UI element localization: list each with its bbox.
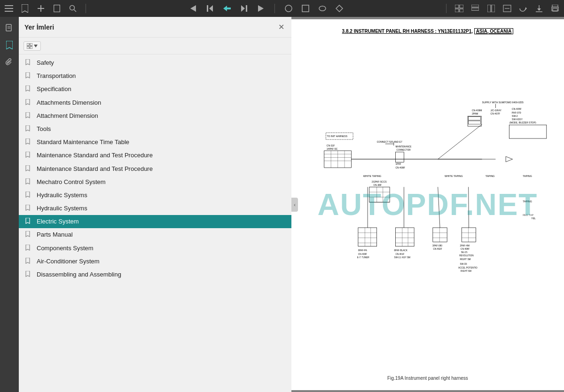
sidebar-icon-attachments[interactable]	[2, 54, 17, 69]
bookmark-item-parts-manual[interactable]: Parts Manual	[19, 228, 291, 241]
toolbar	[0, 0, 564, 17]
bookmark-item-transportation[interactable]: Transportation	[19, 69, 291, 83]
bookmarks-toolbar	[19, 38, 291, 54]
svg-text:CN-408F: CN-408F	[461, 247, 470, 250]
svg-text:TAPING: TAPING	[523, 200, 532, 202]
svg-marker-13	[258, 5, 264, 12]
close-panel-button[interactable]: ✕	[276, 23, 286, 32]
toolbar-next-next-icon[interactable]	[239, 3, 249, 14]
toolbar-menu-icon[interactable]	[4, 3, 14, 14]
svg-marker-9	[209, 5, 213, 12]
pdf-content: 3.8.2 INSTRUMENT PANEL RH HARNESS : YN13…	[291, 19, 564, 390]
bookmark-label-parts-manual: Parts Manual	[37, 231, 73, 239]
svg-rect-12	[246, 5, 247, 12]
toolbar-square-icon[interactable]	[300, 3, 311, 14]
svg-rect-20	[455, 9, 459, 12]
pdf-page: 3.8.2 INSTRUMENT PANEL RH HARNESS : YN13…	[291, 19, 564, 390]
bookmark-item-maintenance-std-2[interactable]: Maintenance Standard and Test Procedure	[19, 162, 291, 176]
bookmark-item-attachment-dimension[interactable]: Attachment Dimension	[19, 109, 291, 123]
svg-text:ACCEL POTENTIO: ACCEL POTENTIO	[458, 266, 478, 269]
bookmark-icon-maintenance-std-1	[25, 152, 33, 159]
bookmark-icon-maintenance-std-2	[25, 165, 33, 173]
svg-text:SUPPLY WITH SUMITOMO 6409-0255: SUPPLY WITH SUMITOMO 6409-0255	[482, 100, 524, 103]
svg-rect-35	[6, 24, 11, 31]
svg-text:CN-31F: CN-31F	[327, 144, 335, 146]
bookmark-label-attachment-dimension: Attachment Dimension	[37, 112, 98, 120]
bookmark-icon-tools	[25, 125, 33, 133]
bookmark-icon-standard-maintenance	[25, 138, 33, 146]
bookmark-item-standard-maintenance[interactable]: Standard Maintenance Time Table	[19, 136, 291, 149]
svg-rect-10	[207, 5, 208, 12]
svg-text:TAPING: TAPING	[523, 174, 532, 177]
svg-text:2PAF-HM: 2PAF-HM	[460, 244, 470, 246]
svg-text:2PAM: 2PAM	[472, 112, 478, 115]
bookmark-item-maintenance-std-1[interactable]: Maintenance Standard and Test Procedure	[19, 149, 291, 162]
svg-text:SW ASSY: SW ASSY	[512, 118, 523, 121]
toolbar-zoom-fit-icon[interactable]	[502, 3, 512, 14]
svg-text:RIGHT SM: RIGHT SM	[460, 258, 471, 260]
svg-line-135	[469, 187, 469, 228]
svg-text:CONNECTOR: CONNECTOR	[397, 149, 411, 151]
bookmark-item-mechatro[interactable]: Mechatro Control System	[19, 176, 291, 189]
toolbar-grid-icon[interactable]	[454, 3, 464, 14]
diagram-subtitle: ASIA, OCEANIA	[474, 28, 514, 34]
svg-text:TAPING: TAPING	[486, 174, 495, 177]
bookmark-label-components-system: Components System	[37, 244, 94, 253]
pdf-viewer[interactable]: 3.8.2 INSTRUMENT PANEL RH HARNESS : YN13…	[291, 17, 564, 392]
svg-rect-40	[27, 46, 29, 49]
toolbar-prev-icon[interactable]	[188, 3, 198, 14]
bookmark-item-tools[interactable]: Tools	[19, 123, 291, 136]
svg-rect-47	[468, 116, 481, 126]
svg-text:RIGHT SM: RIGHT SM	[461, 269, 471, 272]
svg-rect-4	[38, 8, 44, 9]
bookmark-icon-attachments-dimension	[25, 99, 33, 107]
svg-rect-75	[395, 152, 404, 162]
svg-rect-38	[27, 43, 29, 46]
toolbar-sep-3	[446, 4, 446, 13]
toolbar-prev-prev-icon[interactable]	[205, 3, 215, 14]
toolbar-search-icon[interactable]	[68, 3, 78, 14]
sidebar-icon-pages[interactable]	[2, 21, 17, 36]
svg-rect-2	[5, 11, 13, 12]
bookmark-item-components-system[interactable]: Components System	[19, 242, 291, 255]
bookmark-item-hydraulic-2[interactable]: Hydraulic Systems	[19, 202, 291, 215]
toolbar-nav-active-icon[interactable]	[222, 3, 232, 14]
toolbar-add-icon[interactable]	[36, 3, 46, 14]
toolbar-oval-icon[interactable]	[317, 3, 328, 14]
toolbar-next-icon[interactable]	[256, 3, 266, 14]
toolbar-rotate-icon[interactable]	[518, 3, 528, 14]
toolbar-layout1-icon[interactable]	[470, 3, 480, 14]
bookmark-item-safety[interactable]: Safety	[19, 56, 291, 69]
svg-rect-114	[433, 227, 447, 241]
svg-rect-5	[54, 5, 60, 12]
toolbar-page-icon[interactable]	[52, 3, 62, 14]
toolbar-circle-icon[interactable]	[283, 3, 294, 14]
toolbar-print-icon[interactable]	[550, 3, 560, 14]
bookmark-label-air-conditioner: Air-Conditioner System	[37, 257, 100, 266]
wiring-diagram: SUPPLY WITH SUMITOMO 6409-0255 CN-409M 2…	[306, 38, 550, 373]
toolbar-sep-1	[86, 4, 86, 13]
toolbar-diamond-icon[interactable]	[334, 3, 345, 14]
bookmark-item-air-conditioner[interactable]: Air-Conditioner System	[19, 255, 291, 268]
toolbar-layout2-icon[interactable]	[486, 3, 496, 14]
svg-text:CN-400F: CN-400F	[358, 253, 367, 255]
bookmark-item-specification[interactable]: Specification	[19, 83, 291, 96]
bookmark-item-hydraulic-1[interactable]: Hydraulic Systems	[19, 189, 291, 202]
sidebar-icon-bookmarks[interactable]	[2, 38, 17, 53]
toolbar-download-icon[interactable]	[534, 3, 544, 14]
bookmark-label-safety: Safety	[37, 59, 54, 67]
bookmark-item-attachments-dimension[interactable]: Attachments Dimension	[19, 96, 291, 109]
svg-rect-23	[471, 8, 479, 10]
svg-rect-41	[30, 46, 32, 49]
bookmark-label-hydraulic-1: Hydraulic Systems	[37, 191, 87, 200]
collapse-panel-button[interactable]: ‹	[291, 198, 298, 212]
svg-text:SW-11: KEY SM: SW-11: KEY SM	[394, 256, 411, 258]
bookmark-icon-hydraulic-1	[25, 192, 33, 199]
bookmark-item-disassembling[interactable]: Disassembling and Assembling	[19, 268, 291, 281]
bookmark-label-maintenance-std-2: Maintenance Standard and Test Procedure	[37, 165, 153, 173]
svg-text:SE-15:: SE-15:	[461, 251, 468, 254]
toolbar-bookmark-icon[interactable]	[20, 3, 30, 14]
view-mode-button[interactable]	[24, 41, 41, 51]
svg-rect-57	[509, 125, 546, 138]
bookmark-item-electric-system[interactable]: Electric System	[19, 215, 291, 228]
